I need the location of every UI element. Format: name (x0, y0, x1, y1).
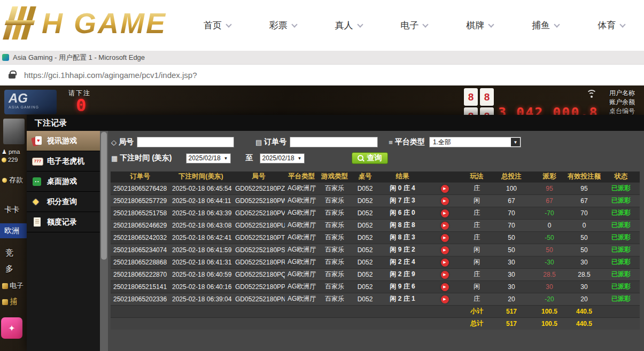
cell-order-number: 250218065234074 (111, 244, 169, 256)
cell-order-number: 250218065228868 (111, 256, 169, 268)
column-header: 游戏类型 (318, 171, 351, 182)
cell-table-number: D052 (351, 219, 379, 231)
ag-logo-subtext: ASIA GAMING (9, 105, 57, 109)
chevron-down-icon (423, 21, 429, 27)
order-number-input[interactable] (290, 137, 378, 147)
chevron-down-icon (226, 21, 231, 27)
play-button[interactable]: ▶ (441, 185, 449, 193)
cell-platform-type: AG欧洲厅 (285, 256, 318, 268)
play-button[interactable]: ▶ (441, 209, 449, 217)
chevron-down-icon: ▼ (224, 156, 228, 161)
play-button[interactable]: ▶ (441, 283, 449, 291)
doc-icon (32, 217, 42, 227)
cell-result: 闲 2 庄 9 (379, 268, 426, 280)
url-text[interactable]: https://gci.1hhapi.com/agingame/pcv1/ind… (24, 71, 197, 80)
cell-play-type: 闲 (463, 256, 490, 268)
round-number-label: 局号 (119, 137, 134, 147)
platform-type-select[interactable]: 1.全部 ▼ (429, 137, 521, 147)
cell-game-type: 百家乐 (318, 231, 351, 244)
query-button[interactable]: 查询 (352, 152, 388, 164)
cell-result: 闲 6 庄 0 (379, 207, 426, 219)
cell-play-type: 闲 (463, 194, 490, 207)
cell-platform-type: AG欧洲厅 (285, 219, 318, 231)
promo-icon[interactable]: ✦ (1, 317, 22, 339)
cell-valid-bet: 95 (566, 182, 602, 194)
nav-item[interactable]: 彩票 (269, 19, 297, 32)
play-button[interactable]: ▶ (441, 295, 449, 303)
nav-item[interactable]: 捕鱼 (532, 19, 559, 32)
play-button[interactable]: ▶ (441, 259, 449, 267)
cell-game-type: 百家乐 (318, 256, 351, 268)
cell-table-number: D052 (351, 244, 379, 256)
nav-item[interactable]: 真人 (335, 19, 362, 32)
cell-bet-time: 2025-02-18 06:45:54 (169, 182, 232, 194)
cell-play-type: 闲 (463, 244, 490, 256)
slot-icon (2, 283, 8, 289)
play-button[interactable]: ▶ (441, 234, 449, 242)
gem-icon (32, 197, 42, 207)
date-to-picker[interactable]: 2025/02/18 ▼ (260, 153, 305, 163)
column-header: 状态 (602, 171, 640, 182)
cell-status: 已派彩 (602, 244, 640, 256)
nav-item[interactable]: 电子 (400, 19, 428, 32)
cell-game-type: 百家乐 (318, 207, 351, 219)
cell-platform-type: AG欧洲厅 (285, 194, 318, 207)
cell-play-type: 庄 (463, 219, 490, 231)
cell-game-type: 百家乐 (318, 194, 351, 207)
sidebar-item-europe[interactable]: 欧洲 (0, 223, 28, 238)
coin-icon (2, 158, 6, 162)
cell-total-bet: 30 (490, 256, 533, 268)
nav-item[interactable]: 首页 (204, 19, 231, 32)
play-button[interactable]: ▶ (441, 222, 449, 230)
sidebar-item-duo[interactable]: 多 (5, 264, 13, 274)
ag-logo-text: AG (9, 91, 57, 105)
nav-item-label: 电子 (400, 19, 418, 32)
deposit-button[interactable]: 存款 (2, 175, 23, 185)
info-label: 用户名称 (609, 89, 644, 98)
playing-card: 8 (480, 88, 494, 106)
site-logo[interactable]: H GAME (5, 6, 167, 40)
table-row: 2502180652340742025-02-18 06:41:59GD0522… (111, 244, 640, 256)
play-button[interactable]: ▶ (441, 246, 449, 254)
chevron-down-icon (488, 21, 494, 27)
play-button[interactable]: ▶ (441, 271, 449, 279)
menu-item[interactable]: 额度记录 (27, 212, 100, 232)
menu-item[interactable]: 桌面游戏 (27, 171, 100, 192)
play-button[interactable]: ▶ (441, 197, 449, 205)
cell-replay: ▶ (426, 231, 463, 244)
cell-bet-time: 2025-02-18 06:39:04 (169, 293, 232, 305)
edge-title-bar: Asia Gaming - 用户配置 1 - Microsoft Edge (0, 51, 644, 65)
table-row: 2502180652420322025-02-18 06:42:41GD0522… (111, 231, 640, 244)
cell-total-bet: 50 (490, 244, 533, 256)
date-from-picker[interactable]: 2025/02/18 ▼ (186, 153, 231, 163)
menu-item[interactable]: 电子老虎机 (27, 151, 100, 171)
nav-item[interactable]: 棋牌 (466, 19, 493, 32)
nav-item[interactable]: 体育 (598, 19, 625, 32)
cell-replay: ▶ (426, 293, 463, 305)
menu-item[interactable]: 视讯游戏 (27, 131, 100, 151)
scrollbar-thumb[interactable] (101, 132, 107, 260)
cell-round-number: GD052252180PU (232, 219, 285, 231)
clipboard-icon: ▤ (255, 138, 262, 146)
info-label: 账户余额 (609, 98, 644, 107)
cell-play-type: 闲 (463, 280, 490, 293)
column-header (426, 171, 463, 182)
column-header: 订单号 (111, 171, 169, 182)
cell-payout: 30 (533, 280, 566, 293)
menu-item[interactable]: 积分查询 (27, 192, 100, 212)
sidebar-item-jing[interactable]: 竞 (5, 248, 13, 258)
vertical-scrollbar[interactable] (100, 131, 108, 351)
avatar[interactable] (3, 119, 25, 144)
sidebar-item-fishing[interactable]: 捕 (2, 297, 17, 307)
sidebar-item-dianzi[interactable]: 电子 (2, 281, 24, 291)
modal-title: 下注记录 (27, 115, 644, 131)
sidebar-item-card[interactable]: 卡卡 (4, 205, 19, 215)
nav-item-label: 棋牌 (466, 19, 484, 32)
cell-replay: ▶ (426, 182, 463, 194)
round-number-input[interactable] (137, 137, 234, 147)
logo-hh-icon (1, 6, 41, 40)
url-bar[interactable]: https://gci.1hhapi.com/agingame/pcv1/ind… (0, 65, 644, 85)
cell-game-type: 百家乐 (318, 293, 351, 305)
cell-game-type: 百家乐 (318, 280, 351, 293)
filter-row-2: ▦ 下注时间 (美东) 2025/02/18 ▼ 至 2025/02/18 ▼ … (111, 152, 641, 164)
